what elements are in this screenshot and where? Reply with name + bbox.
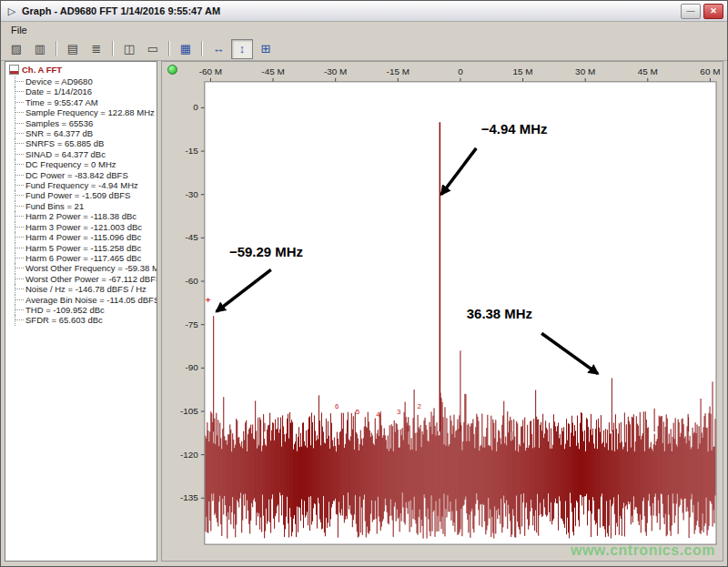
print-button[interactable]: ▭ — [142, 39, 164, 59]
tree-item[interactable]: Noise / Hz = -146.78 dBFS / Hz — [15, 284, 157, 294]
app-icon[interactable]: ▷ — [5, 5, 19, 17]
x-tick-label: 0 — [458, 66, 463, 76]
y-tick-label: -15 — [185, 146, 198, 156]
harmonic-marker-6: 6 — [335, 402, 339, 410]
harmonic-marker-3: 3 — [397, 408, 401, 416]
minimize-button[interactable]: — — [681, 4, 701, 19]
toolbar-separator — [56, 41, 57, 56]
tree-item[interactable]: Worst Other Power = -67.112 dBFS — [15, 274, 157, 284]
content-area: Ch. A FFT Device = AD9680Date = 1/14/201… — [5, 61, 723, 562]
tree-item[interactable]: SNR = 64.377 dB — [15, 128, 157, 138]
x-tick-label: -15 M — [387, 66, 410, 76]
save-button[interactable]: ◫ — [118, 39, 140, 59]
fft-node-icon — [9, 65, 19, 75]
fit-vertical-button[interactable]: ↕ — [231, 39, 253, 59]
grid-button[interactable]: ▦ — [175, 39, 197, 59]
tree-item-list: Device = AD9680Date = 1/14/2016Time = 9:… — [8, 76, 157, 326]
y-tick-label: -105 — [180, 406, 198, 416]
tree-item[interactable]: Fund Power = -1.509 dBFS — [15, 190, 157, 200]
annotation-label-1: −59.29 MHz — [229, 244, 303, 259]
tree-item[interactable]: Harm 2 Power = -118.38 dBc — [15, 211, 157, 221]
properties-tree-panel: Ch. A FFT Device = AD9680Date = 1/14/201… — [5, 61, 157, 562]
x-tick-label: -60 M — [199, 66, 222, 76]
x-tick-label: -45 M — [261, 66, 284, 76]
annotation-label-0: −4.94 MHz — [481, 121, 548, 137]
fit-both-button[interactable]: ⊞ — [255, 39, 277, 59]
menu-file[interactable]: File — [5, 24, 34, 36]
text-button[interactable]: ≣ — [86, 39, 107, 59]
title-bar[interactable]: ▷ Graph - AD9680 FFT 1/14/2016 9:55:47 A… — [1, 1, 727, 22]
harmonic-marker-4: 4 — [376, 410, 380, 419]
toolbar-separator — [112, 41, 114, 56]
y-tick-label: -45 — [185, 232, 198, 242]
tree-item[interactable]: Worst Other Frequency = -59.38 MHz — [15, 263, 157, 273]
window-title: Graph - AD9680 FFT 1/14/2016 9:55:47 AM — [19, 5, 678, 16]
tree-item[interactable]: Date = 1/14/2016 — [15, 86, 157, 96]
tree-item[interactable]: Harm 3 Power = -121.003 dBc — [15, 222, 157, 232]
tree-item[interactable]: Time = 9:55:47 AM — [15, 97, 157, 107]
tree-item[interactable]: Sample Frequency = 122.88 MHz — [15, 107, 157, 117]
tree-item[interactable]: Harm 6 Power = -117.465 dBc — [15, 253, 157, 263]
tree-item[interactable]: DC Power = -83.842 dBFS — [15, 170, 157, 180]
chart-area: 23456+-60 M-45 M-30 M-15 M015 M30 M45 M6… — [161, 61, 723, 562]
x-tick-label: 30 M — [575, 66, 595, 76]
tree-item[interactable]: Samples = 65536 — [15, 118, 157, 128]
annotation-label-2: 36.38 MHz — [467, 306, 532, 321]
tree-item[interactable]: Device = AD9680 — [15, 76, 157, 86]
harmonic-marker-2: 2 — [418, 402, 422, 410]
tree-item[interactable]: Fund Frequency = -4.94 MHz — [15, 180, 157, 190]
y-tick-label: -30 — [185, 189, 198, 199]
x-tick-label: 60 M — [700, 66, 720, 76]
worst-other-marker: + — [206, 295, 211, 305]
x-tick-label: 45 M — [638, 66, 658, 76]
y-tick-label: -120 — [180, 450, 198, 460]
tree-root-label: Ch. A FFT — [22, 65, 62, 75]
tree-item[interactable]: SFDR = 65.603 dBc — [15, 315, 157, 325]
fft-plot: 23456+-60 M-45 M-30 M-15 M015 M30 M45 M6… — [162, 62, 723, 561]
y-tick-label: -90 — [185, 362, 198, 372]
menu-bar: File — [1, 22, 727, 37]
copy-graph-button[interactable]: ▥ — [29, 39, 51, 59]
x-tick-label: 15 M — [512, 66, 532, 76]
y-tick-label: -135 — [180, 492, 198, 502]
fit-horizontal-button[interactable]: ↔ — [207, 39, 229, 59]
toolbar: ▨▥▤≣◫▭▦↔↕⊞ — [1, 37, 727, 61]
tree-item[interactable]: Harm 4 Power = -115.096 dBc — [15, 232, 157, 242]
tree-root-channel-a-fft[interactable]: Ch. A FFT — [8, 64, 157, 76]
tree-item[interactable]: DC Frequency = 0 MHz — [15, 159, 157, 169]
tree-item[interactable]: Fund Bins = 21 — [15, 201, 157, 211]
app-window: ▷ Graph - AD9680 FFT 1/14/2016 9:55:47 A… — [0, 0, 728, 567]
toolbar-separator — [201, 41, 203, 56]
toolbar-separator — [168, 41, 170, 56]
x-tick-label: -30 M — [324, 66, 347, 76]
tree-item[interactable]: Average Bin Noise = -114.05 dBFS — [15, 295, 157, 305]
tree-item[interactable]: SNRFS = 65.885 dB — [15, 138, 157, 148]
close-button[interactable]: ✕ — [703, 4, 723, 19]
tree-item[interactable]: THD = -109.952 dBc — [15, 305, 157, 315]
status-indicator-icon — [167, 65, 177, 75]
tree-item[interactable]: Harm 5 Power = -115.258 dBc — [15, 243, 157, 253]
tree-item[interactable]: SINAD = 64.377 dBc — [15, 149, 157, 159]
y-tick-label: 0 — [193, 102, 198, 112]
y-tick-label: -75 — [185, 319, 198, 329]
watermark-text: www.cntronics.com — [571, 542, 715, 559]
export-graph-button[interactable]: ▨ — [5, 39, 27, 59]
harmonic-marker-5: 5 — [356, 408, 360, 416]
annotations-button[interactable]: ▤ — [62, 39, 84, 59]
y-tick-label: -60 — [185, 276, 198, 286]
